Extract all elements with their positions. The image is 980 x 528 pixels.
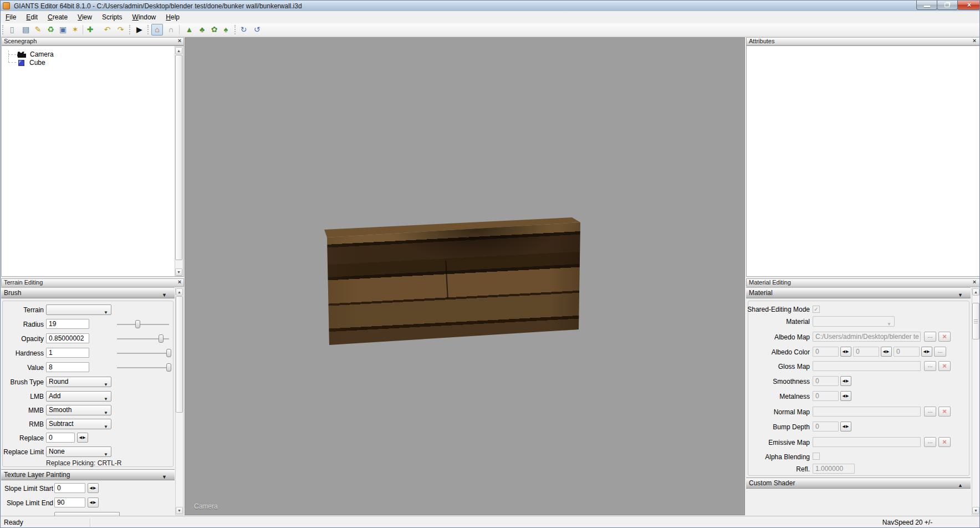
- menu-create[interactable]: Create: [43, 11, 73, 23]
- visualization-button[interactable]: ↺: [251, 24, 263, 35]
- normal-map-browse-button[interactable]: ...: [924, 407, 936, 417]
- viewport-3d[interactable]: Camera: [185, 37, 745, 515]
- replace-input[interactable]: 0: [46, 433, 75, 443]
- value-slider[interactable]: [117, 367, 169, 368]
- albedo-color-r-input[interactable]: 0: [813, 347, 839, 357]
- terrain-editing-close-button[interactable]: ×: [176, 279, 183, 286]
- scenegraph-item-cube[interactable]: Cube: [17, 58, 45, 67]
- undo-button[interactable]: ↶: [101, 24, 113, 35]
- radius-slider-handle[interactable]: [135, 320, 140, 328]
- replace-limit-dropdown[interactable]: None ▼: [46, 446, 111, 457]
- albedo-map-input[interactable]: C:/Users/admin/Desktop/blender te: [813, 332, 921, 342]
- custom-shader-header[interactable]: Custom Shader ▲: [746, 478, 971, 489]
- menu-scripts[interactable]: Scripts: [97, 11, 127, 23]
- albedo-color-g-input[interactable]: 0: [853, 347, 879, 357]
- emissive-map-clear-button[interactable]: ×: [938, 437, 951, 447]
- scroll-thumb[interactable]: [972, 303, 979, 339]
- foliage-paint-button[interactable]: ♠: [220, 24, 232, 35]
- slope-limit-end-spinner[interactable]: ◀▶: [88, 497, 99, 507]
- lmb-dropdown[interactable]: Add ▼: [46, 391, 111, 402]
- material-section-header[interactable]: Material ▼: [746, 287, 971, 298]
- redo-button[interactable]: ↷: [115, 24, 126, 35]
- opacity-slider[interactable]: [117, 338, 169, 339]
- slope-limit-start-spinner[interactable]: ◀▶: [88, 483, 99, 493]
- attributes-close-button[interactable]: ×: [971, 38, 978, 44]
- terrain-smooth-button[interactable]: ♣: [196, 24, 208, 35]
- save-button[interactable]: ▣: [57, 24, 69, 35]
- texture-layer-painting-header[interactable]: Texture Layer Painting ▼: [1, 469, 175, 480]
- export-button[interactable]: ✶: [69, 24, 81, 35]
- shared-editing-mode-checkbox[interactable]: ✓: [813, 306, 820, 313]
- scroll-thumb[interactable]: [176, 296, 183, 413]
- brush-section-header[interactable]: Brush ▼: [1, 287, 175, 298]
- hardness-input[interactable]: 1: [46, 348, 89, 358]
- reload-button[interactable]: ♻: [45, 24, 57, 35]
- opacity-input[interactable]: 0.85000002: [46, 333, 89, 343]
- replace-spinner[interactable]: ◀▶: [77, 433, 88, 443]
- gloss-map-browse-button[interactable]: ...: [924, 361, 936, 371]
- rmb-dropdown[interactable]: Subtract ▼: [46, 419, 111, 429]
- titlebar[interactable]: GIANTS Editor 64bit 8.1.0 - C:/Users/adm…: [1, 1, 980, 12]
- snap-button[interactable]: ∩: [165, 24, 177, 35]
- menu-help[interactable]: Help: [161, 11, 185, 23]
- terrain-sculpt-button[interactable]: ▲: [183, 24, 195, 35]
- material-editing-close-button[interactable]: ×: [971, 279, 978, 286]
- menu-view[interactable]: View: [73, 11, 97, 23]
- radius-input[interactable]: 19: [46, 319, 89, 329]
- scenegraph-tree[interactable]: [1, 45, 184, 277]
- add-object-button[interactable]: ✚: [84, 24, 96, 35]
- gloss-map-clear-button[interactable]: ×: [938, 361, 951, 371]
- menu-file[interactable]: File: [1, 11, 21, 23]
- albedo-color-r-spinner[interactable]: ◀▶: [840, 347, 851, 357]
- albedo-color-b-spinner[interactable]: ◀▶: [921, 347, 932, 357]
- normal-map-clear-button[interactable]: ×: [938, 407, 951, 417]
- scroll-down-arrow[interactable]: ▼: [175, 268, 182, 276]
- scroll-down-arrow[interactable]: ▼: [972, 507, 979, 514]
- open-file-button[interactable]: ▤: [20, 24, 32, 35]
- reload-shaders-button[interactable]: ↻: [238, 24, 249, 35]
- close-button[interactable]: ×: [957, 1, 980, 10]
- radius-slider[interactable]: [117, 324, 169, 325]
- clipped-dropdown[interactable]: [54, 512, 120, 516]
- normal-map-input[interactable]: [813, 407, 921, 417]
- scroll-thumb[interactable]: [175, 55, 182, 260]
- slope-limit-start-input[interactable]: 0: [54, 483, 85, 493]
- metalness-input[interactable]: 0: [813, 391, 839, 401]
- refl-input[interactable]: 1.000000: [813, 464, 855, 474]
- new-file-button[interactable]: ▯: [6, 24, 18, 35]
- scroll-up-arrow[interactable]: ▲: [175, 47, 182, 54]
- value-slider-handle[interactable]: [166, 363, 171, 372]
- menu-edit[interactable]: Edit: [21, 11, 43, 23]
- terrain-paint-button[interactable]: ✿: [208, 24, 220, 35]
- hardness-slider-handle[interactable]: [166, 349, 171, 357]
- bump-depth-input[interactable]: 0: [813, 422, 839, 431]
- albedo-color-b-input[interactable]: 0: [894, 347, 920, 357]
- attributes-pane[interactable]: [746, 45, 980, 277]
- scroll-down-arrow[interactable]: ▼: [176, 507, 183, 514]
- value-input[interactable]: 8: [46, 362, 89, 372]
- smoothness-spinner[interactable]: ◀▶: [840, 376, 851, 386]
- scroll-up-arrow[interactable]: ▲: [176, 288, 183, 296]
- mmb-dropdown[interactable]: Smooth ▼: [46, 405, 111, 415]
- alpha-blending-checkbox[interactable]: [813, 453, 820, 460]
- script-editor-button[interactable]: ✎: [32, 24, 44, 35]
- gloss-map-input[interactable]: [813, 361, 921, 371]
- metalness-spinner[interactable]: ◀▶: [840, 391, 851, 401]
- brush-type-dropdown[interactable]: Round ▼: [46, 377, 111, 387]
- slope-limit-end-input[interactable]: 90: [54, 497, 85, 507]
- restore-button[interactable]: [937, 1, 958, 10]
- emissive-map-input[interactable]: [813, 437, 921, 447]
- minimize-button[interactable]: [916, 1, 937, 10]
- albedo-map-clear-button[interactable]: ×: [938, 332, 951, 342]
- hardness-slider[interactable]: [117, 353, 169, 354]
- scenegraph-close-button[interactable]: ×: [176, 38, 183, 44]
- emissive-map-browse-button[interactable]: ...: [924, 437, 936, 447]
- scroll-up-arrow[interactable]: ▲: [972, 288, 979, 296]
- bump-depth-spinner[interactable]: ◀▶: [840, 422, 851, 431]
- smoothness-input[interactable]: 0: [813, 376, 839, 386]
- material-dropdown[interactable]: ▼: [813, 316, 895, 327]
- menu-window[interactable]: Window: [127, 11, 161, 23]
- opacity-slider-handle[interactable]: [159, 334, 164, 343]
- albedo-color-picker-button[interactable]: ...: [934, 347, 946, 357]
- play-button[interactable]: ▶: [134, 24, 145, 35]
